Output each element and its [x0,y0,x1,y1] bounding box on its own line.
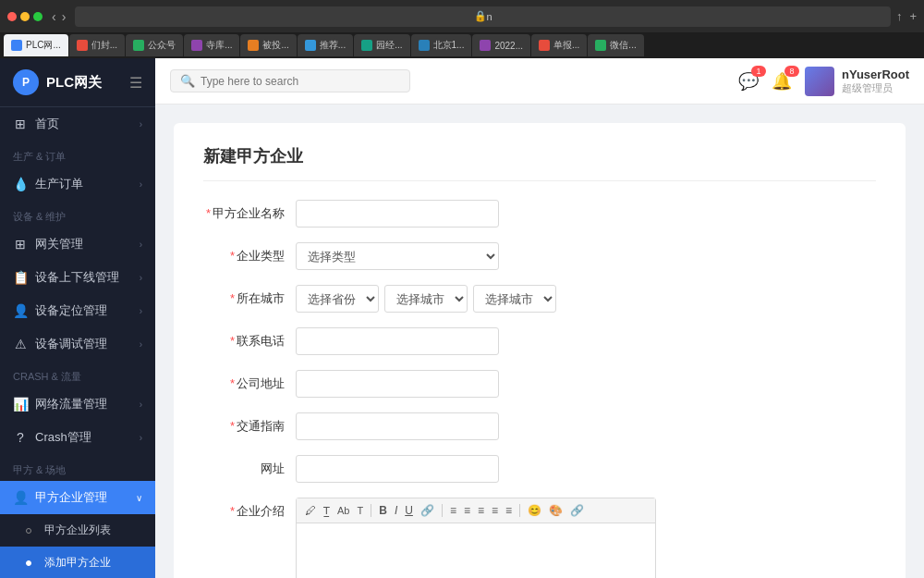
toolbar-align-right[interactable]: ≡ [475,502,487,519]
toolbar-list-ordered[interactable]: ≡ [489,502,501,519]
tab-tuijian[interactable]: 推荐... [298,34,353,56]
right-panel: 🔍 💬 1 🔔 8 nYuserRoot [155,58,924,578]
input-traffic[interactable] [296,412,499,440]
device-location-icon: 👤 [13,303,28,318]
sidebar-item-crash[interactable]: ? Crash管理 › [0,421,155,454]
toolbar-sep-1 [371,504,371,517]
sidebar-item-add-enterprise[interactable]: 添加甲方企业 [0,547,155,578]
tab-beitou[interactable]: 被投... [240,34,296,56]
input-phone[interactable] [296,327,499,355]
browser-chrome: ‹ › 🔒 n ↑ + [0,0,924,32]
tab-plc[interactable]: PLC网... [4,34,68,56]
toolbar-bold[interactable]: B [376,502,390,519]
sidebar: P PLC网关 ☰ ⊞ 首页 › 生产 & 订单 💧 生产订单 › 设备 & 维… [0,58,155,578]
search-box[interactable]: 🔍 [170,69,410,92]
form-row-company-type: 企业类型 选择类型 [203,242,876,270]
toolbar-text-t[interactable]: T [354,503,366,518]
sidebar-item-home[interactable]: ⊞ 首页 › [0,107,155,141]
toolbar-color[interactable]: 🎨 [546,502,565,519]
tab-2022[interactable]: 2022... [472,34,530,56]
sidebar-item-gateway[interactable]: ⊞ 网关管理 › [0,228,155,261]
sidebar-label-traffic: 网络流量管理 [35,396,132,412]
toolbar-ab[interactable]: Ab [334,503,352,518]
field-phone [296,327,876,355]
gateway-icon: ⊞ [13,237,28,252]
select-city[interactable]: 选择城市 [384,285,468,313]
user-details: nYuserRoot 超级管理员 [842,68,909,95]
traffic-icon: 📊 [13,397,28,412]
tab-weixin[interactable]: 微信... [588,34,643,56]
sidebar-item-production-order[interactable]: 💧 生产订单 › [0,167,155,201]
close-dot[interactable] [7,12,17,21]
select-company-type[interactable]: 选择类型 [296,242,499,270]
input-company-name[interactable] [296,200,499,228]
sidebar-item-traffic[interactable]: 📊 网络流量管理 › [0,387,155,421]
minimize-dot[interactable] [20,12,30,21]
editor-body[interactable] [297,523,655,578]
label-phone: 联系电话 [203,327,296,350]
toolbar-format-paint[interactable]: 🖊 [302,502,319,519]
tab-icon-yj [361,40,372,51]
sidebar-label-device-location: 设备定位管理 [35,302,132,319]
sidebar-item-device-debug[interactable]: ⚠ 设备调试管理 › [0,327,155,361]
device-online-icon: 📋 [13,270,28,285]
toolbar-link[interactable]: 🔗 [567,502,587,519]
toolbar-list-unordered[interactable]: ≡ [503,502,515,519]
toolbar-align-left[interactable]: ≡ [447,502,459,519]
add-tab-icon[interactable]: + [909,9,917,23]
input-address[interactable] [296,370,499,398]
sidebar-item-device-online[interactable]: 📋 设备上下线管理 › [0,261,155,294]
form-row-address: 公司地址 [203,370,876,398]
tab-yuanjing[interactable]: 园经... [354,34,409,56]
tab-siku[interactable]: 寺库... [184,34,239,56]
maximize-dot[interactable] [33,12,43,21]
sidebar-item-client-enterprise[interactable]: 👤 甲方企业管理 ∨ [0,481,155,514]
city-selects: 选择省份 选择城市 选择城市 [296,285,876,313]
sidebar-item-device-location[interactable]: 👤 设备定位管理 › [0,294,155,327]
form-row-traffic: 交通指南 [203,412,876,440]
sidebar-label-home: 首页 [35,116,132,132]
sidebar-label-device-online: 设备上下线管理 [35,269,132,286]
app-layout: P PLC网关 ☰ ⊞ 首页 › 生产 & 订单 💧 生产订单 › 设备 & 维… [0,58,924,578]
toolbar-sep-2 [442,504,443,517]
toolbar-underline[interactable]: U [402,502,416,519]
sidebar-label-add-enterprise: 添加甲方企业 [44,555,142,571]
tab-feng[interactable]: 们封... [69,34,125,56]
hamburger-icon[interactable]: ☰ [129,74,142,92]
home-icon: ⊞ [13,117,28,131]
browser-dots [7,12,43,21]
add-circle-icon [26,560,31,566]
browser-actions: ↑ + [896,9,917,23]
sidebar-item-enterprise-list[interactable]: 甲方企业列表 [0,514,155,547]
crash-icon: ? [13,430,28,445]
alert-icon-wrapper[interactable]: 🔔 8 [772,71,792,92]
search-icon: 🔍 [180,74,195,88]
toolbar-align-center[interactable]: ≡ [461,502,473,519]
field-address [296,370,876,398]
notification-icon-wrapper[interactable]: 💬 1 [738,71,759,92]
sidebar-label-device-debug: 设备调试管理 [35,336,132,352]
select-district[interactable]: 选择城市 [473,285,556,313]
tab-gongzhonghao[interactable]: 公众号 [126,34,183,56]
toolbar-strikethrough[interactable]: 🔗 [418,502,437,519]
toolbar-sep-3 [519,504,520,517]
share-icon[interactable]: ↑ [896,9,903,23]
toolbar-text-format[interactable]: T̲ [321,503,333,519]
browser-address-bar[interactable]: 🔒 n [75,6,891,27]
tab-icon-bj [419,40,430,51]
user-avatar [805,67,834,96]
crash-arrow: › [140,433,142,443]
user-info[interactable]: nYuserRoot 超级管理员 [805,67,909,96]
tab-beijing[interactable]: 北京1... [411,34,472,56]
device-online-arrow: › [140,273,142,283]
back-button[interactable]: ‹ [52,9,56,24]
select-province[interactable]: 选择省份 [296,285,379,313]
sidebar-label-enterprise-list: 甲方企业列表 [44,523,142,538]
device-location-arrow: › [140,306,142,316]
tab-danbao[interactable]: 单报... [531,34,587,56]
input-website[interactable] [296,455,499,483]
search-input[interactable] [201,75,400,88]
toolbar-italic[interactable]: I [392,502,400,519]
forward-button[interactable]: › [62,9,67,24]
toolbar-emoji[interactable]: 😊 [525,502,544,519]
